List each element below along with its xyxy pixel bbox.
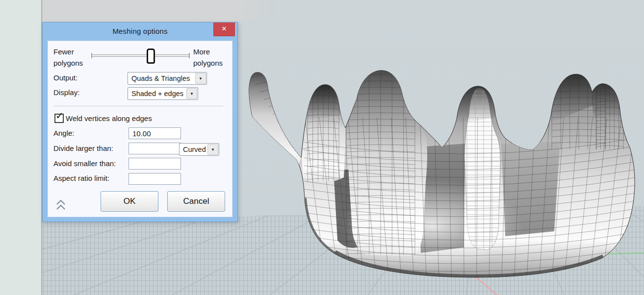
toolbar-area — [42, 0, 276, 21]
polygon-density-slider-handle[interactable] — [147, 49, 155, 64]
slider-left-cap — [91, 53, 92, 58]
ok-button[interactable]: OK — [101, 191, 158, 212]
angle-label: Angle: — [53, 129, 75, 137]
display-label: Display: — [53, 88, 79, 97]
divide-larger-label: Divide larger than: — [53, 144, 113, 152]
polygon-density-slider-track[interactable] — [92, 54, 189, 57]
chevron-down-icon: ▼ — [207, 144, 218, 155]
collapse-chevrons-icon[interactable] — [55, 199, 67, 213]
meshing-options-dialog: Meshing options ✕ Fewer polygons More po… — [42, 22, 238, 222]
dialog-body: Fewer polygons More polygons Output: Qua… — [48, 41, 232, 217]
divide-units-value: Curved — [180, 146, 207, 153]
chevron-down-icon: ▼ — [186, 88, 197, 99]
aspect-ratio-label: Aspect ratio limit: — [53, 174, 109, 182]
weld-vertices-checkbox[interactable]: ✓ — [54, 114, 64, 123]
divide-larger-input[interactable] — [129, 143, 181, 154]
separator-line — [53, 106, 223, 106]
slider-right-cap — [189, 53, 190, 58]
output-dropdown[interactable]: Quads & Triangles ▼ — [128, 72, 207, 85]
angle-input[interactable] — [129, 127, 181, 139]
avoid-smaller-input[interactable] — [129, 158, 181, 170]
avoid-smaller-label: Avoid smaller than: — [53, 159, 116, 168]
fewer-polygons-label: Fewer polygons — [53, 46, 89, 69]
aspect-ratio-input[interactable] — [129, 173, 181, 185]
cancel-button[interactable]: Cancel — [167, 191, 225, 212]
display-dropdown-value: Shaded + edges — [128, 90, 186, 98]
side-panel — [0, 0, 42, 295]
checkmark-icon: ✓ — [55, 110, 64, 122]
dialog-title[interactable]: Meshing options — [43, 27, 237, 35]
divide-units-dropdown[interactable]: Curved ▼ — [179, 143, 219, 156]
close-button[interactable]: ✕ — [213, 23, 235, 36]
chevron-down-icon: ▼ — [195, 73, 206, 84]
output-dropdown-value: Quads & Triangles — [128, 74, 195, 82]
more-polygons-label: More polygons — [193, 46, 229, 69]
weld-vertices-label: Weld vertices along edges — [66, 114, 152, 123]
display-dropdown[interactable]: Shaded + edges ▼ — [128, 87, 198, 100]
output-label: Output: — [53, 74, 77, 82]
